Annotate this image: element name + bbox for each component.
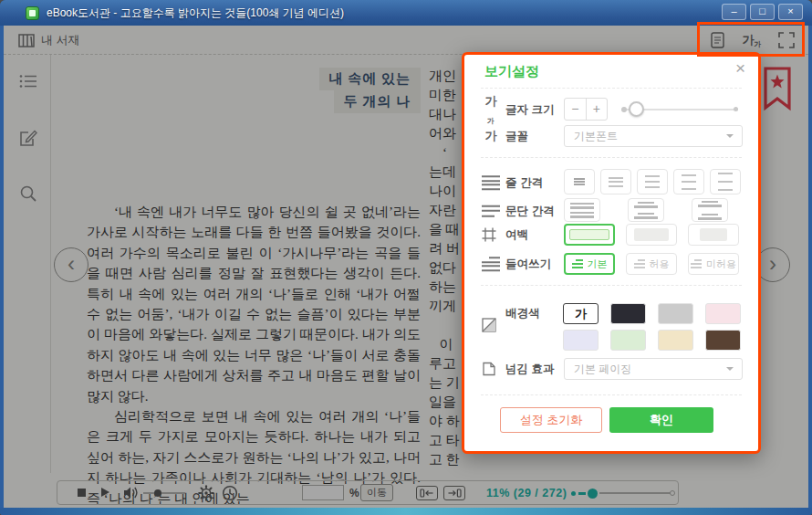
font-family-select[interactable]: 기본폰트 — [564, 125, 743, 147]
close-panel-icon[interactable]: × — [735, 59, 745, 78]
title-bar: eBook도서관 - 고요할수록 밝아지는 것들(100쇄 기념 에디션) – … — [0, 0, 812, 26]
view-settings-panel: 보기설정 × 가가 글자 크기 − + 가 글꼴 — [462, 52, 761, 454]
font-size-row: 가가 글자 크기 − + — [464, 95, 758, 124]
paragraph-spacing-option-1[interactable] — [564, 198, 600, 222]
bg-swatch-dark[interactable] — [610, 303, 646, 324]
line-spacing-option-4[interactable] — [673, 169, 704, 194]
font-size-plus-button[interactable]: + — [587, 99, 608, 120]
bg-swatch-beige[interactable] — [658, 330, 693, 351]
indent-option-default[interactable]: 기본 — [564, 253, 615, 275]
indent-glyph — [572, 259, 583, 268]
indent-glyph — [634, 259, 645, 268]
font-family-icon: 가 — [482, 128, 500, 144]
indent-row: 들여쓰기 기본 허용 미허용 — [464, 252, 758, 276]
app-content: 내 서재 가가 — [4, 26, 808, 508]
panel-title: 보기설정 — [484, 63, 539, 80]
font-size-stepper: − + — [564, 98, 608, 121]
bg-swatch-brown[interactable] — [705, 330, 741, 351]
background-color-label: 배경색 — [505, 306, 540, 321]
window-controls: – □ × — [722, 4, 803, 20]
paragraph-spacing-option-2[interactable] — [628, 198, 664, 222]
window-title: eBook도서관 - 고요할수록 밝아지는 것들(100쇄 기념 에디션) — [47, 5, 344, 21]
font-family-row: 가 글꼴 기본폰트 — [464, 122, 758, 150]
margin-icon — [482, 227, 500, 242]
bg-swatch-gray[interactable] — [658, 303, 693, 324]
page-effect-icon — [482, 362, 500, 376]
annotation-box-toolbar-icons — [697, 22, 805, 57]
reset-settings-button[interactable]: 설정 초기화 — [500, 407, 602, 433]
slider-start-dot — [621, 107, 627, 112]
divider — [481, 394, 742, 395]
bg-swatch-lavender[interactable] — [563, 330, 599, 351]
background-color-row: 배경색 가 — [464, 298, 758, 352]
page-effect-row: 넘김 효과 기본 페이징 — [464, 355, 758, 383]
font-size-slider-track[interactable] — [621, 109, 738, 110]
window-bottom-border — [0, 508, 812, 515]
indent-icon — [482, 257, 500, 271]
line-spacing-icon — [482, 175, 500, 190]
margin-option-1-selected[interactable] — [564, 224, 615, 246]
font-size-minus-button[interactable]: − — [565, 99, 587, 120]
margin-option-3[interactable] — [688, 224, 739, 246]
paragraph-spacing-label: 문단 간격 — [505, 204, 554, 219]
paragraph-spacing-row: 문단 간격 — [464, 197, 758, 225]
divider — [481, 88, 742, 89]
page-effect-select[interactable]: 기본 페이징 — [564, 358, 743, 380]
app-icon — [26, 6, 39, 20]
app-window: eBook도서관 - 고요할수록 밝아지는 것들(100쇄 기념 에디션) – … — [0, 0, 812, 515]
font-size-slider-handle[interactable] — [629, 101, 644, 117]
divider — [481, 285, 742, 286]
page-effect-label: 넘김 효과 — [505, 362, 554, 377]
paragraph-spacing-icon — [482, 205, 500, 217]
margin-label: 여백 — [505, 227, 528, 243]
margin-row: 여백 — [464, 223, 758, 247]
confirm-button[interactable]: 확인 — [609, 407, 713, 433]
indent-option-disallow[interactable]: 미허용 — [688, 253, 739, 275]
close-window-button[interactable]: × — [778, 4, 803, 20]
minimize-button[interactable]: – — [722, 4, 746, 20]
font-family-label: 글꼴 — [505, 129, 528, 144]
bg-swatch-white-selected[interactable]: 가 — [563, 303, 599, 324]
indent-option-allow[interactable]: 허용 — [626, 253, 677, 275]
slider-end-dot — [734, 107, 738, 111]
indent-label: 들여쓰기 — [505, 257, 551, 272]
line-spacing-row: 줄 간격 — [464, 168, 758, 197]
background-color-icon — [482, 318, 500, 332]
line-spacing-option-3[interactable] — [637, 169, 668, 194]
bg-swatch-green[interactable] — [610, 330, 646, 351]
divider — [481, 157, 742, 158]
font-size-label: 글자 크기 — [505, 102, 554, 118]
font-size-icon: 가가 — [482, 93, 500, 126]
paragraph-spacing-option-3[interactable] — [692, 198, 728, 222]
line-spacing-option-2[interactable] — [600, 169, 631, 194]
line-spacing-label: 줄 간격 — [505, 175, 543, 191]
maximize-button[interactable]: □ — [750, 4, 775, 20]
line-spacing-option-5[interactable] — [710, 169, 741, 194]
indent-glyph — [691, 259, 702, 268]
bg-swatch-pink[interactable] — [705, 303, 741, 324]
margin-option-2[interactable] — [626, 224, 677, 246]
line-spacing-option-1[interactable] — [564, 169, 595, 194]
